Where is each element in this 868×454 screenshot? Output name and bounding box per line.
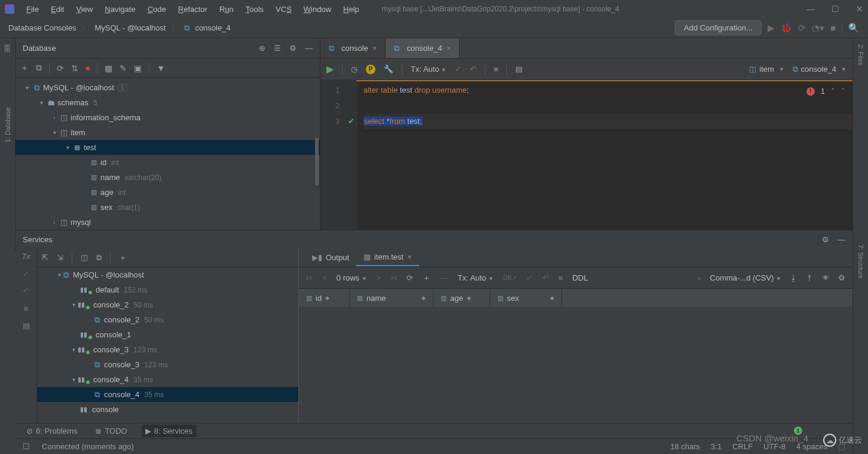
console-toolbar-icon[interactable]: ▣ bbox=[134, 63, 142, 73]
export-format-select[interactable]: Comma-...d (CSV) ▼ bbox=[710, 273, 781, 282]
commit-icon[interactable]: ✓ bbox=[455, 65, 461, 74]
stop-icon[interactable]: ■ bbox=[830, 23, 836, 33]
status-icon[interactable]: ☐ bbox=[23, 442, 30, 451]
rail-database[interactable]: 1: Database bbox=[4, 107, 11, 142]
add-icon[interactable]: ＋ bbox=[119, 252, 127, 263]
svc-console4[interactable]: ⧉ console_4 35 ms bbox=[37, 387, 298, 402]
hide-panel-icon[interactable]: — bbox=[838, 235, 845, 244]
refresh-icon[interactable]: ⟳ bbox=[57, 63, 64, 73]
menu-navigate[interactable]: Navigate bbox=[100, 3, 140, 16]
svc-console2-group[interactable]: ▾ ▮▮ console_2 50 ms bbox=[37, 297, 298, 312]
wrench-icon[interactable]: 🔧 bbox=[384, 65, 393, 74]
reload-icon[interactable]: ⟳ bbox=[407, 273, 413, 282]
chevron-down-icon[interactable]: ▾ bbox=[55, 272, 63, 278]
check-icon[interactable]: ✓ bbox=[23, 269, 29, 278]
tree-table-test[interactable]: ▾ ▦ test bbox=[16, 140, 320, 155]
submit-icon[interactable]: ✓ bbox=[526, 273, 533, 282]
remove-row-icon[interactable]: — bbox=[440, 273, 448, 282]
svc-console4-group[interactable]: ▾ ▮▮ console_4 35 ms bbox=[37, 372, 298, 387]
close-tab-icon[interactable]: × bbox=[407, 252, 412, 261]
editor-tab-console4[interactable]: ⧉ console_4 × bbox=[386, 38, 460, 58]
menu-refactor[interactable]: Refactor bbox=[173, 3, 212, 16]
history-icon[interactable]: ◷ bbox=[351, 65, 357, 74]
rail-files[interactable]: 2: Files bbox=[857, 44, 864, 65]
svc-console2[interactable]: ⧉ console_2 50 ms bbox=[37, 312, 298, 327]
add-row-icon[interactable]: ＋ bbox=[423, 273, 430, 284]
inspection-widget[interactable]: ! 1 ˄ ˅ bbox=[806, 84, 845, 99]
cancel-icon[interactable]: ■ bbox=[558, 273, 563, 282]
chevron-right-icon[interactable]: › bbox=[50, 219, 59, 226]
status-encoding[interactable]: UTF-8 bbox=[763, 442, 786, 451]
chevron-down-icon[interactable]: ▾ bbox=[50, 129, 59, 136]
tab-problems[interactable]: ⊘6: Problems bbox=[23, 425, 81, 437]
svc-console1[interactable]: ▮▮ console_1 bbox=[37, 327, 298, 342]
chevron-down-icon[interactable]: ▾ bbox=[23, 84, 31, 91]
explain-plan-icon[interactable]: P bbox=[366, 65, 375, 74]
rail-structure[interactable]: 7: Structure bbox=[857, 245, 864, 279]
tree-column-sex[interactable]: ▥ sex char(1) bbox=[16, 200, 320, 215]
svc-default[interactable]: ▮▮ default 152 ms bbox=[37, 282, 298, 297]
status-crlf[interactable]: CRLF bbox=[732, 442, 753, 451]
tab-services[interactable]: ▶8: Services bbox=[142, 425, 196, 437]
db-commit-icon[interactable]: DB↗ bbox=[503, 275, 516, 281]
svc-console3[interactable]: ⧉ console_3 123 ms bbox=[37, 357, 298, 372]
tree-schemas[interactable]: ▾ 🖿 schemas 5 bbox=[16, 95, 320, 110]
close-tab-icon[interactable]: × bbox=[447, 44, 451, 53]
tree-datasource[interactable]: ▾ ⧉ MySQL - @localhost 5 bbox=[16, 80, 320, 95]
database-tree[interactable]: ▾ ⧉ MySQL - @localhost 5 ▾ 🖿 schemas 5 ›… bbox=[16, 78, 320, 230]
stop-icon[interactable]: ■ bbox=[85, 64, 90, 72]
run-icon[interactable]: ▶ bbox=[768, 23, 775, 33]
prev-page-icon[interactable]: < bbox=[322, 273, 327, 282]
code-editor[interactable]: 1 2 3 ✔ alter table test drop username; … bbox=[320, 80, 852, 230]
tx-mode-select[interactable]: Tx: Auto ▼ bbox=[457, 273, 493, 282]
tx-mode-select[interactable]: Tx: Auto▼ bbox=[411, 65, 447, 74]
code-body[interactable]: alter table test drop username; select *… bbox=[357, 80, 852, 230]
next-page-icon[interactable]: > bbox=[377, 273, 381, 282]
svc-datasource[interactable]: ▾ ⧉ MySQL - @localhost bbox=[37, 267, 298, 282]
sync-icon[interactable]: ⇅ bbox=[71, 63, 78, 73]
chevron-down-icon[interactable]: ▾ bbox=[69, 376, 78, 383]
menu-code[interactable]: Code bbox=[143, 3, 171, 16]
view-icon[interactable]: 👁 bbox=[822, 273, 830, 282]
crumb-1[interactable]: MySQL - @localhost bbox=[94, 23, 166, 32]
collapse-icon[interactable]: ⇲ bbox=[57, 253, 63, 262]
download-icon[interactable]: ⭳ bbox=[790, 273, 797, 282]
prev-error-icon[interactable]: ˄ bbox=[831, 84, 835, 99]
expand-icon[interactable]: ⇱ bbox=[42, 253, 48, 262]
upload-icon[interactable]: ⭱ bbox=[806, 273, 814, 282]
session-chip[interactable]: ⧉console_4▼ bbox=[793, 65, 846, 74]
close-tab-icon[interactable]: × bbox=[372, 44, 377, 53]
scrollbar[interactable] bbox=[315, 138, 319, 185]
maximize-button[interactable]: ☐ bbox=[832, 4, 839, 14]
tree-schema-mysql[interactable]: › ◫ mysql bbox=[16, 215, 320, 230]
sort-icon[interactable]: ◆ bbox=[467, 295, 471, 301]
filter-icon[interactable]: ☰ bbox=[274, 44, 281, 53]
sort-icon[interactable]: ◆ bbox=[421, 295, 426, 301]
menu-help[interactable]: Help bbox=[338, 3, 364, 16]
menu-tools[interactable]: Tools bbox=[241, 3, 268, 16]
hide-panel-icon[interactable]: — bbox=[305, 44, 313, 53]
tree-schema-infoschema[interactable]: › ◫ information_schema bbox=[16, 110, 320, 125]
menu-window[interactable]: Window bbox=[299, 3, 336, 16]
col-name[interactable]: ▥name◆ bbox=[350, 289, 433, 307]
result-tab-output[interactable]: ▶▮ Output bbox=[305, 249, 356, 266]
row-count-select[interactable]: 0 rows ▼ bbox=[337, 273, 367, 282]
coverage-icon[interactable]: ⟳ bbox=[798, 23, 806, 33]
services-tree[interactable]: ▾ ⧉ MySQL - @localhost ▮▮ default 152 ms… bbox=[37, 267, 298, 423]
first-page-icon[interactable]: I< bbox=[306, 273, 313, 282]
layout-icon[interactable]: ▤ bbox=[23, 321, 30, 330]
rollback-icon[interactable]: ↶ bbox=[470, 65, 476, 74]
rollback-icon[interactable]: ↶ bbox=[23, 287, 29, 295]
revert-icon[interactable]: ↶ bbox=[542, 273, 549, 282]
tab-todo[interactable]: ≣TODO bbox=[91, 425, 130, 437]
tree-column-name[interactable]: ▥ name varchar(20) bbox=[16, 170, 320, 185]
tree-schema-item[interactable]: ▾ ◫ item bbox=[16, 125, 320, 140]
status-pos[interactable]: 3:1 bbox=[711, 442, 722, 451]
sort-icon[interactable]: ◆ bbox=[325, 295, 329, 301]
editor-tab-console[interactable]: ⧉ console × bbox=[320, 38, 386, 58]
new-icon[interactable]: ＋ bbox=[20, 63, 29, 74]
svc-console[interactable]: ▮▮ console bbox=[37, 402, 298, 417]
schema-chip[interactable]: ◫item▼ bbox=[749, 65, 784, 74]
menu-file[interactable]: File bbox=[22, 3, 44, 16]
col-age[interactable]: ▥age◆ bbox=[433, 289, 490, 307]
